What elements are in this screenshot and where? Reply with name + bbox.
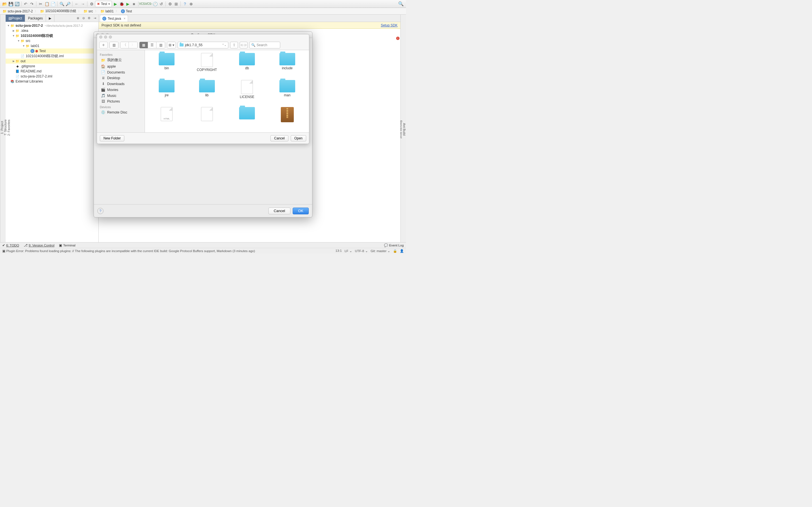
- revert-icon[interactable]: ↺: [158, 1, 164, 7]
- dialog-ok-button[interactable]: OK: [293, 208, 309, 214]
- grid-file2[interactable]: [187, 107, 227, 132]
- tool-terminal[interactable]: ▣Terminal: [59, 243, 75, 247]
- tab-packages[interactable]: Packages: [25, 15, 46, 22]
- tree-root-iml[interactable]: 📄sctu-java-2017-2.iml: [6, 74, 98, 79]
- tree-lab01[interactable]: ▼📁lab01: [6, 43, 98, 48]
- add-tab-button[interactable]: +: [99, 42, 108, 48]
- tags-icon[interactable]: ⊂⊃: [240, 42, 248, 48]
- coverage-icon[interactable]: ▶: [125, 1, 131, 7]
- zoom-out-icon[interactable]: 🔎: [65, 1, 71, 7]
- tree-src[interactable]: ▼📁src: [6, 38, 98, 43]
- fav-home[interactable]: 🏠apple: [97, 63, 145, 69]
- icon-view-icon[interactable]: ▦: [140, 42, 148, 48]
- crumb-module[interactable]: 📁10210240089陈功锁: [39, 9, 82, 13]
- grid-man[interactable]: man: [267, 80, 308, 107]
- lock-icon[interactable]: 🔒: [393, 249, 397, 253]
- editor-tab-test[interactable]: CTest.java×: [100, 15, 128, 22]
- nav-back-icon[interactable]: 〈: [120, 42, 129, 48]
- grid-license[interactable]: LICENSE: [227, 80, 267, 107]
- fav-desktop[interactable]: 🖥Desktop: [97, 75, 145, 81]
- redo-icon[interactable]: ↷: [29, 1, 35, 7]
- grid-jre[interactable]: jre: [147, 80, 187, 107]
- vcs-commit-icon[interactable]: VCS↑: [146, 1, 152, 7]
- caret-pos[interactable]: 13:1: [336, 249, 342, 253]
- crumb-class[interactable]: CTest: [120, 9, 136, 13]
- tree-out[interactable]: ▶📁out: [6, 59, 98, 64]
- help-icon[interactable]: ?: [182, 1, 188, 7]
- project-tree[interactable]: ▼📁 sctu-java-2017-2 ~/dev/sctu/sctu-java…: [6, 22, 98, 242]
- grid-copyright[interactable]: COPYRIGHT: [187, 53, 227, 80]
- forward-icon[interactable]: →: [80, 1, 86, 7]
- dialog-cancel-button[interactable]: Cancel: [268, 208, 290, 214]
- git-branch[interactable]: Git: master ⌄: [371, 249, 390, 253]
- tab-more[interactable]: ▶: [46, 15, 54, 22]
- rail-ant[interactable]: Ant Build: [403, 19, 406, 239]
- grid-include[interactable]: include: [267, 53, 308, 80]
- grid-lib[interactable]: lib: [187, 80, 227, 107]
- search-everywhere-icon[interactable]: 🔍: [398, 1, 404, 6]
- grid-db[interactable]: db: [227, 53, 267, 80]
- list-view-icon[interactable]: ☰: [148, 42, 156, 48]
- undo-icon[interactable]: ↶: [23, 1, 29, 7]
- dev-remote-disc[interactable]: 💿Remote Disc: [97, 109, 145, 115]
- tool-vcs[interactable]: ⎇9: Version Control: [24, 243, 54, 247]
- tree-root[interactable]: ▼📁 sctu-java-2017-2 ~/dev/sctu/sctu-java…: [6, 23, 98, 28]
- history-icon[interactable]: 🕘: [152, 1, 158, 7]
- tree-idea[interactable]: ▶📁.idea: [6, 28, 98, 33]
- settings-gear-icon[interactable]: ⚙: [87, 16, 92, 20]
- new-folder-button[interactable]: New Folder: [100, 135, 124, 142]
- fav-downloads[interactable]: ⬇Downloads: [97, 81, 145, 87]
- back-icon[interactable]: ←: [74, 1, 80, 7]
- tree-gitignore[interactable]: ◆.gitignore: [6, 64, 98, 69]
- plugin-icon[interactable]: ⊕: [188, 1, 194, 7]
- crumb-src[interactable]: 📁src: [83, 9, 100, 13]
- fav-movies[interactable]: 🎬Movies: [97, 87, 145, 93]
- stop-icon[interactable]: ■: [131, 1, 137, 7]
- open-icon[interactable]: 📂: [2, 1, 7, 7]
- path-dropdown[interactable]: jdk1.7.0_55 ⌃⌄: [177, 42, 229, 48]
- crumb-root[interactable]: 📁sctu-java-2017-2: [2, 9, 39, 13]
- finder-open-button[interactable]: Open: [291, 135, 306, 142]
- run-icon[interactable]: ▶: [112, 1, 118, 7]
- error-indicator-icon[interactable]: !: [396, 37, 400, 40]
- grid-zip[interactable]: [267, 107, 308, 132]
- finder-cancel-button[interactable]: Cancel: [270, 135, 288, 142]
- grid-bin[interactable]: bin: [147, 53, 187, 80]
- grid-folder2[interactable]: [227, 107, 267, 132]
- nav-forward-icon[interactable]: 〉: [129, 42, 137, 48]
- fav-weiyun[interactable]: 📁我的微云: [97, 57, 145, 63]
- crumb-pkg[interactable]: 📁lab01: [100, 9, 120, 13]
- structure-icon[interactable]: ⊞: [173, 1, 179, 7]
- fav-pictures[interactable]: 🖼Pictures: [97, 99, 145, 104]
- zoom-in-icon[interactable]: 🔍: [59, 1, 64, 7]
- finder-search[interactable]: 🔍 Search: [249, 42, 280, 48]
- inspector-icon[interactable]: 👤: [400, 249, 404, 253]
- tree-readme[interactable]: 📘README.md: [6, 69, 98, 74]
- refresh-icon[interactable]: 🔄: [14, 1, 20, 7]
- copy-icon[interactable]: 📋: [44, 1, 50, 7]
- tree-ext-lib[interactable]: 📚External Libraries: [6, 79, 98, 84]
- compile-icon[interactable]: ⚙: [89, 1, 94, 7]
- rail-favorites[interactable]: 2: Favorites: [7, 17, 10, 238]
- sidebar-toggle[interactable]: ▥: [109, 42, 118, 48]
- setup-sdk-link[interactable]: Setup SDK: [381, 23, 398, 27]
- save-icon[interactable]: 💾: [8, 1, 13, 7]
- rail-structure[interactable]: 7: Structure: [4, 17, 7, 238]
- dialog-help-icon[interactable]: ?: [97, 208, 103, 214]
- tree-test-class[interactable]: C ⬤ Test: [6, 48, 98, 54]
- run-config-selector[interactable]: ✖Test▾: [95, 1, 112, 7]
- cut-icon[interactable]: ✂: [38, 1, 43, 7]
- share-icon[interactable]: ⇪: [230, 42, 238, 48]
- arrange-icon[interactable]: ⊞ ▾: [167, 42, 175, 48]
- grid-html[interactable]: HTML: [147, 107, 187, 132]
- paste-icon[interactable]: 📄: [50, 1, 56, 7]
- scroll-from-source-icon[interactable]: ⊕: [75, 16, 80, 20]
- rail-project[interactable]: 1: Project: [0, 17, 4, 238]
- tool-todo[interactable]: ✔6: TODO: [2, 243, 19, 247]
- status-icon[interactable]: ▣: [2, 249, 5, 253]
- tree-iml[interactable]: 📄10210240089陈功锁.iml: [6, 54, 98, 59]
- close-tab-icon[interactable]: ×: [123, 17, 125, 20]
- hide-icon[interactable]: ⇥: [92, 16, 97, 20]
- tool-event-log[interactable]: 💬Event Log: [384, 243, 404, 247]
- collapse-all-icon[interactable]: ⊖: [81, 16, 86, 20]
